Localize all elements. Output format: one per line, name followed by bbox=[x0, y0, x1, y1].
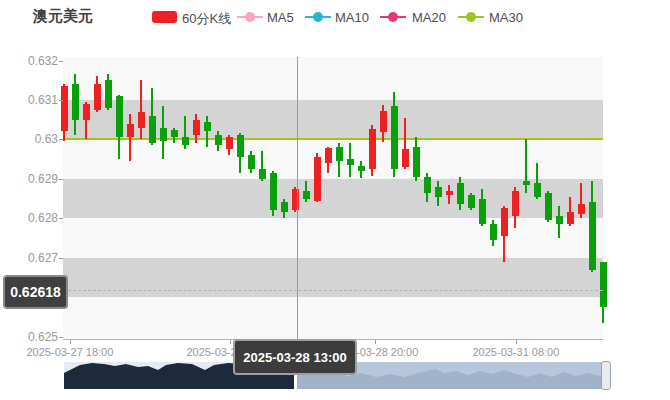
candle-body bbox=[259, 169, 266, 179]
candle-body bbox=[83, 104, 90, 120]
candle-body bbox=[226, 137, 233, 149]
y-axis-tick bbox=[59, 100, 63, 101]
candle-body bbox=[325, 148, 332, 163]
candle-wick bbox=[140, 80, 142, 139]
grid-band bbox=[63, 258, 603, 297]
candle-body bbox=[556, 216, 563, 224]
candle-body bbox=[303, 191, 310, 199]
candle-body bbox=[358, 166, 365, 171]
legend-item-label: MA10 bbox=[335, 10, 369, 25]
candle-body bbox=[457, 183, 464, 205]
crosshair-line bbox=[297, 57, 298, 344]
x-axis-label: 2025-03-27 18:00 bbox=[27, 346, 114, 358]
candle-body bbox=[193, 120, 200, 136]
x-axis-label: 2025-03-31 08:00 bbox=[473, 346, 560, 358]
candle-body bbox=[61, 86, 68, 131]
legend-item-60K[interactable]: 60分K线 bbox=[152, 0, 242, 30]
candle-body bbox=[523, 181, 530, 185]
candle-wick bbox=[206, 116, 208, 148]
candle-body bbox=[171, 130, 178, 138]
candle-body bbox=[369, 129, 376, 168]
y-axis-tick bbox=[59, 139, 63, 140]
forex-chart-window: 澳元美元 60分K线MA5MA10MA20MA30 0.6320.6310.63… bbox=[0, 0, 670, 400]
crosshair-date-tooltip: 2025-03-28 13:00 bbox=[233, 339, 357, 375]
candle-body bbox=[435, 187, 442, 197]
candle-body bbox=[479, 199, 486, 225]
chart-legend: 60分K线MA5MA10MA20MA30 bbox=[0, 0, 670, 30]
y-axis-label: 0.629 bbox=[3, 172, 58, 186]
previous-close-line bbox=[63, 138, 603, 140]
candle-body bbox=[314, 157, 321, 200]
candle-body bbox=[270, 173, 277, 210]
candle-body bbox=[468, 195, 475, 209]
chart-plot-area[interactable] bbox=[63, 57, 603, 339]
ma-dot-icon bbox=[245, 12, 255, 22]
last-price-dashed-line bbox=[63, 290, 603, 291]
kline-series-icon bbox=[152, 11, 177, 23]
candle-body bbox=[545, 193, 552, 221]
candle-body bbox=[501, 208, 508, 236]
ma-dot-icon bbox=[466, 12, 476, 22]
candle-body bbox=[72, 84, 79, 119]
y-axis-label: 0.627 bbox=[3, 251, 58, 265]
ma-dot-icon bbox=[388, 12, 398, 22]
x-axis-tick bbox=[516, 340, 517, 344]
candle-body bbox=[600, 262, 607, 307]
candle-body bbox=[94, 84, 101, 110]
navigator-right-handle[interactable] bbox=[601, 361, 611, 390]
legend-item-label: MA20 bbox=[412, 10, 446, 25]
candle-body bbox=[149, 116, 156, 144]
candle-body bbox=[160, 128, 167, 142]
candle-body bbox=[204, 122, 211, 132]
y-axis-label: 0.628 bbox=[3, 211, 58, 225]
y-axis-label: 0.63 bbox=[3, 132, 58, 146]
candle-body bbox=[281, 202, 288, 212]
candle-body bbox=[237, 135, 244, 157]
candle-body bbox=[446, 191, 453, 195]
y-axis-label: 0.631 bbox=[3, 93, 58, 107]
last-price-marker: 0.62618 bbox=[3, 275, 68, 309]
candle-body bbox=[336, 147, 343, 161]
candle-body bbox=[127, 124, 134, 138]
candle-body bbox=[380, 111, 387, 132]
x-axis-tick bbox=[375, 340, 376, 344]
y-axis-label: 0.632 bbox=[3, 54, 58, 68]
candle-body bbox=[589, 202, 596, 269]
ma-dot-icon bbox=[313, 12, 323, 22]
candle-body bbox=[391, 106, 398, 169]
candle-wick bbox=[448, 185, 450, 205]
legend-item-MA30[interactable]: MA30 bbox=[458, 0, 549, 30]
candle-body bbox=[512, 191, 519, 217]
candle-body bbox=[347, 159, 354, 165]
x-axis-tick bbox=[230, 340, 231, 344]
y-axis-label: 0.625 bbox=[3, 330, 58, 344]
candle-body bbox=[413, 147, 420, 177]
grid-band bbox=[63, 179, 603, 218]
y-axis-tick bbox=[59, 61, 63, 62]
y-axis-tick bbox=[59, 179, 63, 180]
y-axis-tick bbox=[59, 258, 63, 259]
candle-wick bbox=[129, 114, 131, 161]
candle-body bbox=[578, 204, 585, 214]
candle-body bbox=[116, 96, 123, 137]
y-axis-tick bbox=[59, 337, 63, 338]
candle-body bbox=[424, 177, 431, 193]
candle-body bbox=[534, 183, 541, 197]
candle-body bbox=[182, 137, 189, 145]
y-axis-tick bbox=[59, 218, 63, 219]
candle-body bbox=[138, 112, 145, 128]
legend-item-label: MA5 bbox=[267, 10, 294, 25]
candle-body bbox=[248, 155, 255, 169]
legend-item-label: 60分K线 bbox=[182, 10, 231, 28]
candle-body bbox=[490, 224, 497, 240]
candle-body bbox=[567, 212, 574, 224]
candle-body bbox=[215, 135, 222, 145]
candle-body bbox=[105, 80, 112, 108]
candle-body bbox=[402, 149, 409, 167]
x-axis-tick bbox=[70, 340, 71, 344]
legend-item-label: MA30 bbox=[489, 10, 523, 25]
